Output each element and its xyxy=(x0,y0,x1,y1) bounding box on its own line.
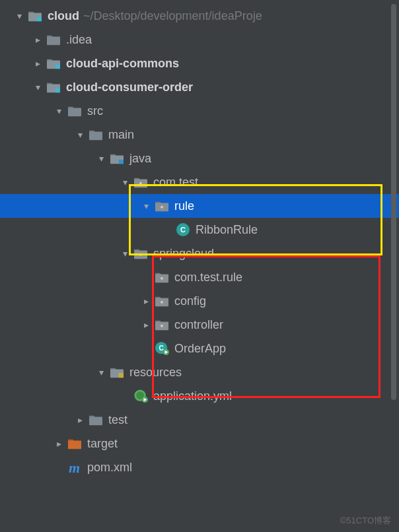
tree-row-pom-xml[interactable]: ▸mpom.xml xyxy=(0,455,399,479)
tree-row-test[interactable]: ▸test xyxy=(0,408,399,432)
svg-point-22 xyxy=(161,301,163,304)
module-icon xyxy=(26,9,44,23)
chevron-down-icon[interactable]: ▾ xyxy=(139,201,153,211)
svg-rect-8 xyxy=(89,131,102,140)
svg-point-12 xyxy=(139,182,142,185)
package-icon xyxy=(153,270,170,284)
tree-row-main[interactable]: ▾main xyxy=(0,123,399,147)
folder-icon xyxy=(45,32,62,47)
tree-item-label: config xyxy=(174,294,206,308)
chevron-right-icon[interactable]: ▸ xyxy=(52,438,66,449)
svg-rect-7 xyxy=(68,108,81,116)
folder-icon xyxy=(87,127,104,142)
chevron-right-icon[interactable]: ▸ xyxy=(30,58,45,69)
tree-row-rule[interactable]: ▾rule xyxy=(0,194,399,218)
path-hint: ~/Desktop/development/ideaProje xyxy=(83,9,262,23)
svg-point-14 xyxy=(161,206,163,209)
chevron-right-icon[interactable]: ▸ xyxy=(139,296,153,306)
tree-item-label: rule xyxy=(174,199,194,213)
svg-rect-32 xyxy=(89,416,102,425)
yml-icon xyxy=(132,389,149,403)
project-tree: ▾cloud~/Desktop/development/ideaProje▸.i… xyxy=(0,0,399,479)
tree-item-label: java xyxy=(129,152,151,166)
tree-item-label: springcloud xyxy=(153,247,214,261)
class-run-icon: C xyxy=(153,341,170,356)
module-icon xyxy=(45,80,62,94)
chevron-down-icon[interactable]: ▾ xyxy=(118,248,132,259)
package-icon xyxy=(153,317,170,332)
chevron-down-icon[interactable]: ▾ xyxy=(30,82,45,92)
chevron-right-icon[interactable]: ▸ xyxy=(30,34,45,45)
chevron-down-icon[interactable]: ▾ xyxy=(12,11,26,21)
tree-item-label: com.test.rule xyxy=(174,271,242,284)
tree-row-com-test-rule[interactable]: ▸com.test.rule xyxy=(0,265,399,289)
package-icon xyxy=(153,199,170,213)
tree-item-label: main xyxy=(108,128,134,142)
tree-row-resources[interactable]: ▾resources xyxy=(0,360,399,384)
tree-item-label: src xyxy=(87,104,103,118)
tree-item-label: resources xyxy=(129,366,182,380)
tree-row-config[interactable]: ▸config xyxy=(0,289,399,313)
chevron-down-icon[interactable]: ▾ xyxy=(52,106,66,116)
chevron-down-icon[interactable]: ▾ xyxy=(94,367,108,378)
package-icon xyxy=(153,294,170,308)
tree-item-label: test xyxy=(108,413,127,427)
tree-row-cloud[interactable]: ▾cloud~/Desktop/development/ideaProje xyxy=(0,4,399,28)
class-icon: C xyxy=(174,222,192,237)
folder-icon xyxy=(66,104,83,118)
tree-row-ribbonrule[interactable]: ▸CRibbonRule xyxy=(0,218,399,242)
tree-row-src[interactable]: ▾src xyxy=(0,99,399,123)
tree-item-label: cloud xyxy=(48,9,79,23)
tree-item-label: pom.xml xyxy=(87,461,132,475)
tree-row-cloud-api-commons[interactable]: ▸cloud-api-commons xyxy=(0,51,399,75)
tree-row-springcloud[interactable]: ▾springcloud xyxy=(0,242,399,265)
svg-rect-29 xyxy=(119,373,124,378)
watermark: ©51CTO博客 xyxy=(340,515,391,527)
svg-point-20 xyxy=(161,277,163,280)
svg-text:C: C xyxy=(180,226,186,234)
resources-icon xyxy=(108,365,126,380)
tree-item-label: com.test xyxy=(153,176,198,189)
tree-row-com-test[interactable]: ▾com.test xyxy=(0,170,399,194)
svg-text:C: C xyxy=(159,345,163,352)
package-icon xyxy=(132,246,149,261)
chevron-down-icon[interactable]: ▾ xyxy=(73,129,87,140)
target-icon xyxy=(66,436,83,451)
svg-point-24 xyxy=(161,325,163,327)
tree-item-label: cloud-consumer-order xyxy=(66,81,193,94)
tree-item-label: application.yml xyxy=(153,389,232,403)
chevron-down-icon[interactable]: ▾ xyxy=(94,153,108,164)
tree-row-cloud-consumer-order[interactable]: ▾cloud-consumer-order xyxy=(0,75,399,99)
module-icon xyxy=(45,56,62,71)
tree-row--idea[interactable]: ▸.idea xyxy=(0,28,399,51)
folder-icon xyxy=(87,413,104,427)
svg-rect-10 xyxy=(119,160,124,164)
svg-rect-33 xyxy=(68,440,81,449)
tree-row-java[interactable]: ▾java xyxy=(0,147,399,170)
tree-item-label: .idea xyxy=(66,33,92,47)
svg-point-18 xyxy=(139,253,142,256)
svg-rect-4 xyxy=(55,65,60,69)
tree-item-label: target xyxy=(87,437,118,451)
package-icon xyxy=(132,175,149,189)
scrollbar[interactable] xyxy=(391,4,396,400)
tree-row-orderapp[interactable]: ▸COrderApp xyxy=(0,337,399,360)
maven-icon: m xyxy=(66,460,83,475)
tree-item-label: cloud-api-commons xyxy=(66,57,179,71)
tree-item-label: RibbonRule xyxy=(196,223,258,237)
chevron-right-icon[interactable]: ▸ xyxy=(139,319,153,330)
svg-text:m: m xyxy=(69,460,80,475)
chevron-right-icon[interactable]: ▸ xyxy=(73,415,87,425)
chevron-down-icon[interactable]: ▾ xyxy=(118,177,132,187)
source-icon xyxy=(108,151,126,166)
tree-item-label: controller xyxy=(174,318,223,332)
tree-row-controller[interactable]: ▸controller xyxy=(0,313,399,337)
svg-rect-1 xyxy=(37,17,42,21)
svg-rect-2 xyxy=(47,36,60,45)
svg-rect-6 xyxy=(55,88,60,92)
tree-item-label: OrderApp xyxy=(174,342,226,356)
tree-row-application-yml[interactable]: ▸application.yml xyxy=(0,384,399,408)
tree-row-target[interactable]: ▸target xyxy=(0,432,399,455)
